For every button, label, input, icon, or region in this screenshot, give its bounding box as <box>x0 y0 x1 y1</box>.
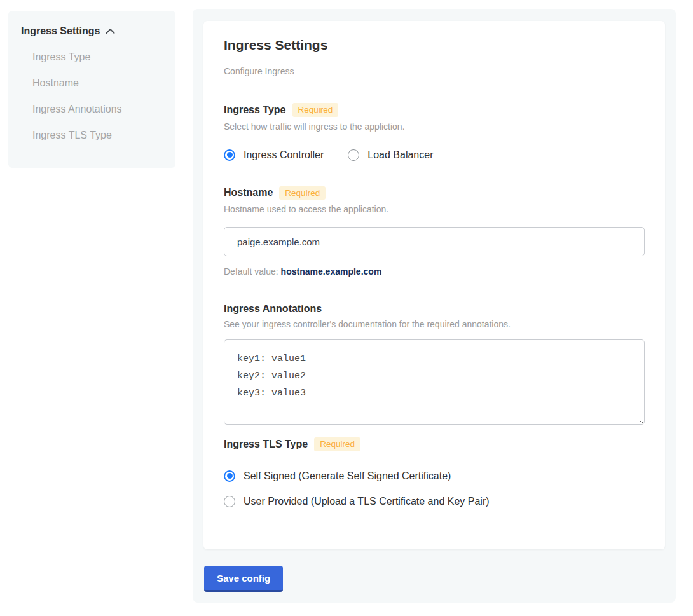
load-balancer-radio-label: Load Balancer <box>367 149 433 161</box>
ingress-controller-radio[interactable] <box>224 149 235 161</box>
tls-type-label: Ingress TLS Type <box>224 439 308 450</box>
page-subtitle: Configure Ingress <box>224 66 645 76</box>
load-balancer-radio[interactable] <box>348 149 359 161</box>
radio-option-ingress-controller[interactable]: Ingress Controller <box>224 149 324 161</box>
group-ingress-annotations: Ingress Annotations See your ingress con… <box>224 303 645 425</box>
sidebar-item-ingress-tls-type[interactable]: Ingress TLS Type <box>21 130 163 141</box>
group-hostname: Hostname Required Hostname used to acces… <box>224 186 645 277</box>
sidebar-item-ingress-annotations[interactable]: Ingress Annotations <box>21 104 163 115</box>
user-provided-radio-label: User Provided (Upload a TLS Certificate … <box>244 496 490 507</box>
radio-option-user-provided[interactable]: User Provided (Upload a TLS Certificate … <box>224 496 645 507</box>
self-signed-radio[interactable] <box>224 470 235 482</box>
page-title: Ingress Settings <box>224 38 645 53</box>
hostname-default-label: Default value: <box>224 266 278 277</box>
chevron-up-icon <box>106 28 115 34</box>
annotations-help: See your ingress controller's documentat… <box>224 319 645 329</box>
annotations-label: Ingress Annotations <box>224 303 322 315</box>
hostname-label: Hostname <box>224 187 273 198</box>
required-badge: Required <box>314 437 360 451</box>
ingress-type-label: Ingress Type <box>224 104 286 116</box>
ingress-type-radio-group: Ingress Controller Load Balancer <box>224 149 645 161</box>
ingress-controller-radio-label: Ingress Controller <box>244 149 324 161</box>
config-card: Ingress Settings Configure Ingress Ingre… <box>203 21 665 549</box>
required-badge: Required <box>292 103 339 117</box>
group-ingress-type: Ingress Type Required Select how traffic… <box>224 103 645 161</box>
ingress-type-help: Select how traffic will ingress to the a… <box>224 121 645 132</box>
radio-option-self-signed[interactable]: Self Signed (Generate Self Signed Certif… <box>224 470 645 482</box>
hostname-default-value: hostname.example.com <box>281 266 382 277</box>
user-provided-radio[interactable] <box>224 496 235 507</box>
annotations-textarea[interactable]: key1: value1 key2: value2 key3: value3 <box>224 339 645 425</box>
required-badge: Required <box>279 186 326 200</box>
radio-option-load-balancer[interactable]: Load Balancer <box>348 149 433 161</box>
sidebar-item-hostname[interactable]: Hostname <box>21 78 163 89</box>
sidebar-group-ingress-settings[interactable]: Ingress Settings <box>21 25 163 37</box>
config-nav-sidebar: Ingress Settings Ingress Type Hostname I… <box>8 11 175 168</box>
sidebar-items: Ingress Type Hostname Ingress Annotation… <box>21 51 163 141</box>
group-ingress-tls-type: Ingress TLS Type Required Self Signed (G… <box>224 437 645 507</box>
config-panel: Ingress Settings Configure Ingress Ingre… <box>193 9 676 603</box>
hostname-help: Hostname used to access the application. <box>224 204 645 214</box>
hostname-input[interactable] <box>224 227 645 256</box>
sidebar-item-ingress-type[interactable]: Ingress Type <box>21 51 163 63</box>
self-signed-radio-label: Self Signed (Generate Self Signed Certif… <box>244 470 451 482</box>
hostname-default-line: Default value:hostname.example.com <box>224 266 645 277</box>
sidebar-group-title: Ingress Settings <box>21 25 100 37</box>
save-config-button[interactable]: Save config <box>204 566 283 592</box>
